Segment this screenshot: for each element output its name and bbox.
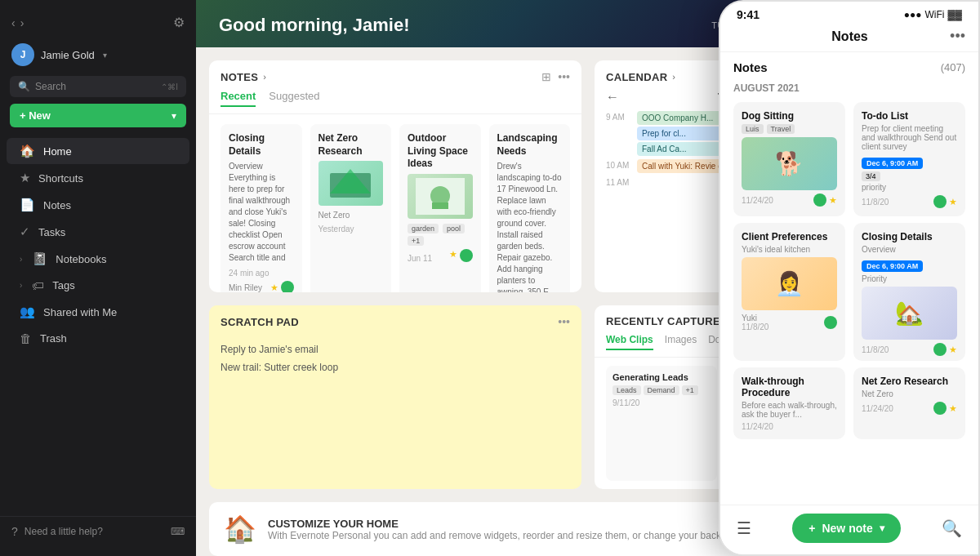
mobile-menu-icon[interactable]: ☰ (737, 518, 751, 538)
sidebar-item-home[interactable]: 🏠 Home (7, 138, 189, 164)
sidebar-item-notes[interactable]: 📄 Notes (7, 192, 189, 218)
mobile-app-title: Notes (831, 29, 867, 44)
mobile-note-title: Net Zero Research (862, 376, 957, 387)
sidebar-item-tasks[interactable]: ✓ Tasks (7, 219, 189, 245)
sidebar-item-shortcuts[interactable]: ★ Shortcuts (7, 165, 189, 191)
mobile-note-card[interactable]: Dog Sitting Luis Travel 🐕 11/24/20 ★ (733, 102, 845, 216)
back-arrow[interactable]: ‹ (11, 16, 16, 29)
note-tags: garden pool +1 (408, 224, 473, 246)
star-icon: ★ (449, 249, 457, 262)
calendar-chevron-icon: › (672, 72, 675, 82)
mobile-note-card[interactable]: To-do List Prep for client meeting and w… (853, 102, 965, 216)
settings-icon[interactable]: ⚙ (173, 15, 185, 30)
note-card[interactable]: Net Zero Research Net Zero Yesterday (310, 124, 392, 292)
mobile-note-card[interactable]: Client Preferences Yuki's ideal kitchen … (733, 223, 845, 361)
star-icon: ★ (20, 171, 30, 185)
scratch-title-row: SCRATCH PAD (220, 316, 299, 328)
tag: Leads (612, 385, 641, 395)
mobile-note-footer: 11/24/20 ★ (742, 193, 837, 207)
avatar (813, 193, 826, 207)
sidebar-header: ‹ › ⚙ (0, 10, 196, 38)
customize-home-icon: 🏠 (224, 514, 256, 545)
cal-time: 10 AM (606, 159, 630, 170)
sidebar-item-shared[interactable]: 👥 Shared with Me (7, 299, 189, 325)
scratch-item: Reply to Jamie's email (220, 341, 570, 359)
mobile-note-date: 11/8/20 (862, 198, 889, 207)
svg-rect-4 (432, 202, 448, 209)
note-title: Landscaping Needs (497, 132, 563, 158)
note-date: Yesterday (318, 225, 384, 234)
new-button[interactable]: + New ▾ (10, 104, 186, 127)
mobile-note-row: Dog Sitting Luis Travel 🐕 11/24/20 ★ To-… (720, 99, 978, 220)
tag: +1 (408, 236, 424, 246)
mobile-note-footer: 11/24/20 ★ (862, 402, 957, 415)
sidebar-item-tags[interactable]: › 🏷 Tags (7, 273, 189, 298)
tasks-icon: ✓ (20, 225, 30, 239)
notes-chevron-icon: › (263, 72, 266, 82)
shared-icon: 👥 (20, 305, 35, 319)
progress-tag: 3/4 (862, 171, 880, 181)
mobile-note-card[interactable]: Walk-through Procedure Before each walk-… (733, 367, 845, 439)
sidebar-item-label: Tasks (38, 226, 65, 238)
keyboard-icon: ⌨ (171, 526, 185, 537)
tab-webclips[interactable]: Web Clips (606, 334, 653, 350)
avatar (281, 281, 294, 292)
trash-icon: 🗑 (20, 331, 32, 345)
help-label[interactable]: Need a little help? (24, 526, 103, 537)
notes-more-icon[interactable]: ••• (558, 70, 570, 83)
mobile-overlay: 9:41 ●●● WiFi ▓▓ Notes ••• Notes (407) A… (719, 0, 980, 556)
scratch-item: New trail: Sutter creek loop (220, 359, 570, 377)
scratch-more-icon[interactable]: ••• (558, 315, 570, 328)
avatar: J (11, 43, 34, 66)
tab-suggested[interactable]: Suggested (269, 90, 319, 107)
star-icon: ★ (829, 195, 837, 206)
notes-copy-icon[interactable]: ⊞ (541, 70, 551, 83)
plus-icon: + (808, 522, 815, 535)
sidebar-item-label: Tags (52, 279, 74, 291)
mobile-progress: 3/4 (862, 171, 957, 181)
mobile-note-row: Client Preferences Yuki's ideal kitchen … (720, 220, 978, 364)
mobile-note-date: 11/8/20 (862, 345, 889, 354)
mobile-more-icon[interactable]: ••• (950, 28, 965, 45)
new-note-button[interactable]: + New note ▾ (792, 514, 900, 543)
tab-images[interactable]: Images (665, 334, 697, 350)
mobile-note-date: 11/24/20 (742, 196, 773, 205)
mobile-search-icon[interactable]: 🔍 (942, 518, 962, 538)
star-icon: ★ (949, 403, 957, 414)
sidebar-item-label: Notes (43, 199, 71, 211)
mobile-section-title: Notes (733, 60, 768, 74)
home-icon: 🏠 (20, 144, 35, 158)
mobile-note-body: Prep for client meeting and walkthrough … (862, 124, 957, 151)
battery-icon: ▓▓ (948, 9, 963, 20)
sidebar-item-label: Shared with Me (43, 306, 117, 318)
note-card[interactable]: Closing Details Overview Everything is h… (220, 124, 302, 292)
mobile-note-card[interactable]: Closing Details Overview Dec 6, 9:00 AM … (853, 223, 965, 361)
mobile-note-date: 11/8/20 (742, 322, 768, 331)
captured-title-row: RECENTLY CAPTURED (606, 315, 728, 327)
avatar (933, 402, 947, 415)
sidebar-item-label: Home (43, 145, 72, 158)
note-card[interactable]: Landscaping Needs Drew's landscaping to-… (489, 124, 571, 292)
forward-arrow[interactable]: › (20, 16, 24, 29)
mobile-note-tags: Luis Travel (742, 124, 837, 134)
sidebar-item-notebooks[interactable]: › 📓 Notebooks (7, 246, 189, 272)
user-dropdown-icon: ▾ (103, 51, 107, 60)
mobile-note-subtitle: Net Zero (862, 389, 957, 398)
sidebar-item-label: Notebooks (56, 253, 106, 265)
cal-prev-button[interactable]: ← (606, 90, 619, 105)
mobile-note-card[interactable]: Net Zero Research Net Zero 11/24/20 ★ (853, 367, 965, 439)
captured-item[interactable]: Generating Leads Leads Demand +1 9/11/20 (606, 366, 717, 481)
sidebar-item-trash[interactable]: 🗑 Trash (7, 326, 189, 351)
tag: Travel (767, 124, 795, 134)
cap-date: 9/11/20 (612, 398, 710, 407)
user-profile[interactable]: J Jamie Gold ▾ (0, 38, 196, 73)
note-card[interactable]: Outdoor Living Space Ideas garden pool +… (399, 124, 481, 292)
search-bar[interactable]: 🔍 Search ⌃⌘I (10, 76, 186, 97)
mobile-status-bar: 9:41 ●●● WiFi ▓▓ (720, 2, 978, 24)
chevron-icon: › (20, 281, 22, 290)
mobile-note-row: Walk-through Procedure Before each walk-… (720, 364, 978, 443)
mobile-note-image: 👩‍💼 (742, 257, 837, 310)
mobile-priority: Priority (862, 274, 957, 283)
tab-recent[interactable]: Recent (220, 90, 256, 107)
tag: pool (443, 224, 465, 234)
